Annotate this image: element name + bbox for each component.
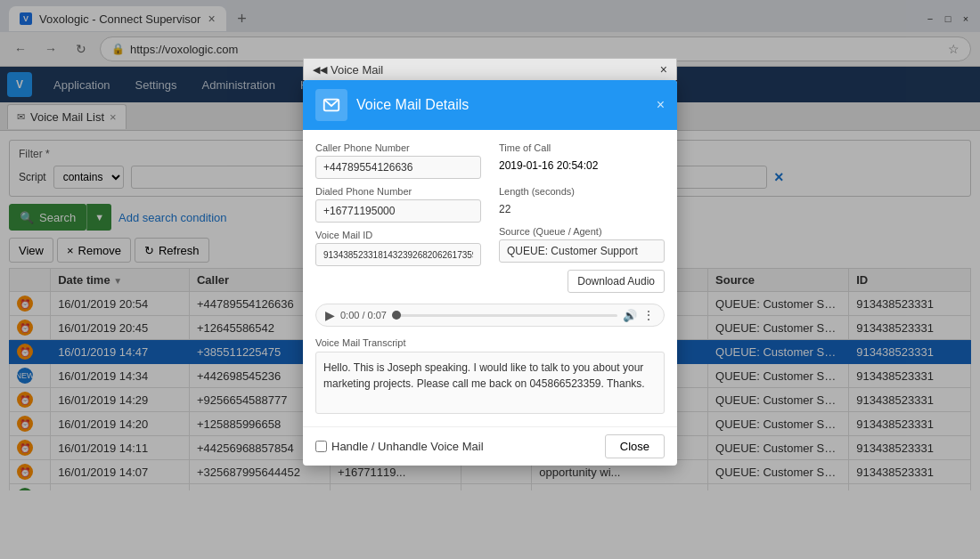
modal-footer-right: Close [605, 434, 665, 458]
volume-icon[interactable]: 🔊 [623, 309, 637, 322]
play-button[interactable]: ▶ [325, 308, 335, 322]
handle-checkbox[interactable] [315, 441, 327, 452]
source-input[interactable] [499, 239, 665, 263]
modal-header: Voice Mail Details × [303, 80, 677, 130]
length-label: Length (seconds) [499, 186, 665, 197]
audio-progress-bar[interactable] [392, 314, 617, 317]
caller-phone-field: Caller Phone Number [315, 142, 481, 179]
time-of-call-field: Time of Call 2019-01-16 20:54:02 [499, 142, 665, 179]
left-fields: Caller Phone Number Dialed Phone Number … [315, 142, 481, 293]
modal-wrapper: ◀◀ Voice Mail × Voice Mail Details × [303, 58, 677, 466]
time-of-call-label: Time of Call [499, 142, 665, 153]
handle-label: Handle / Unhandle Voice Mail [331, 440, 484, 453]
modal-footer: Handle / Unhandle Voice Mail Close [303, 426, 677, 466]
more-options-icon[interactable]: ⋮ [642, 308, 655, 322]
caller-phone-input[interactable] [315, 156, 481, 179]
audio-player[interactable]: ▶ 0:00 / 0:07 🔊 ⋮ [315, 304, 665, 327]
voicemail-id-field: Voice Mail ID [315, 230, 481, 266]
modal-body: Caller Phone Number Dialed Phone Number … [303, 130, 677, 426]
time-of-call-value: 2019-01-16 20:54:02 [499, 156, 665, 179]
modal-close-icon[interactable]: × [657, 97, 665, 113]
transcript-label: Voice Mail Transcript [315, 337, 665, 348]
voicemail-id-input[interactable] [315, 243, 481, 266]
modal-dialog: Voice Mail Details × Caller Phone Number… [303, 80, 677, 466]
length-field: Length (seconds) 22 [499, 186, 665, 219]
length-value: 22 [499, 199, 665, 219]
dialed-phone-label: Dialed Phone Number [315, 186, 481, 197]
modal-overlay: ◀◀ Voice Mail × Voice Mail Details × [0, 0, 980, 559]
dialed-phone-field: Dialed Phone Number [315, 186, 481, 223]
close-modal-button[interactable]: Close [605, 434, 665, 458]
modal-footer-left: Handle / Unhandle Voice Mail [315, 440, 484, 453]
transcript-text: Hello. This is Joseph speaking. I would … [315, 352, 665, 414]
popup-close-icon[interactable]: × [660, 62, 667, 77]
popup-title: Voice Mail [331, 63, 383, 77]
source-field: Source (Queue / Agent) [499, 226, 665, 263]
source-label: Source (Queue / Agent) [499, 226, 665, 237]
modal-fields: Caller Phone Number Dialed Phone Number … [315, 142, 665, 293]
caller-phone-label: Caller Phone Number [315, 142, 481, 153]
popup-titlebar: ◀◀ Voice Mail × [303, 58, 677, 80]
popup-voicemail-icon: ◀◀ [313, 64, 327, 76]
audio-time: 0:00 / 0:07 [340, 310, 387, 320]
right-fields: Time of Call 2019-01-16 20:54:02 Length … [499, 142, 665, 293]
progress-thumb [392, 311, 401, 320]
handle-checkbox-label[interactable]: Handle / Unhandle Voice Mail [315, 440, 484, 453]
modal-header-icon [315, 89, 347, 121]
download-audio-button[interactable]: Download Audio [568, 270, 665, 293]
dialed-phone-input[interactable] [315, 199, 481, 223]
modal-title: Voice Mail Details [356, 97, 469, 113]
voicemail-id-label: Voice Mail ID [315, 230, 481, 240]
